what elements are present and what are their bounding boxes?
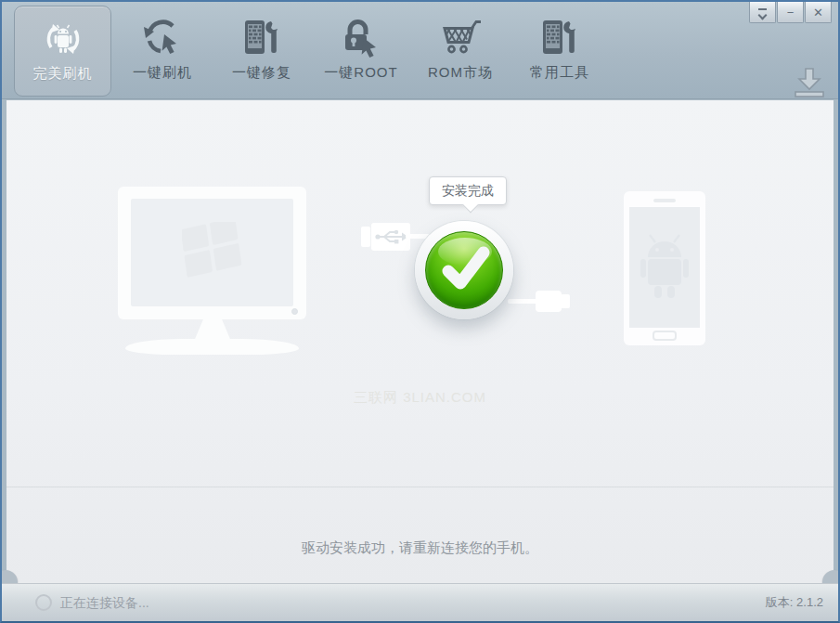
tab-label: 一键修复: [215, 64, 308, 82]
minimize-icon: −: [787, 3, 795, 22]
phone-graphic: [624, 191, 705, 345]
usb-plug-icon: [371, 223, 410, 251]
refresh-cursor-icon: [140, 16, 185, 60]
android-logo-icon: [640, 233, 690, 302]
tab-label: 常用工具: [513, 64, 606, 82]
tab-perfect-flash[interactable]: 完美刷机: [14, 6, 111, 97]
phone-screen: [629, 207, 700, 328]
checkmark-icon: [432, 234, 497, 299]
close-button[interactable]: ✕: [805, 2, 832, 23]
close-icon: ✕: [813, 3, 823, 22]
tab-label: ROM市场: [414, 64, 507, 82]
install-complete-tooltip: 安装完成: [429, 176, 507, 205]
minimize-button[interactable]: −: [777, 2, 804, 23]
main-canvas: 安装完成 三联网 3LIAN.COM 驱动安装成功，请重新连接您的手机。: [6, 100, 834, 583]
tab-label: 一键刷机: [116, 64, 209, 82]
lock-cursor-icon: [339, 16, 383, 60]
download-icon: [790, 67, 829, 98]
app-window: 完美刷机 一键刷机: [0, 0, 840, 623]
success-button[interactable]: [415, 221, 513, 319]
window-controls: − ✕: [748, 2, 832, 23]
shopping-cart-icon: [438, 16, 483, 60]
phone-speaker: [653, 199, 676, 202]
monitor-graphic: [118, 187, 313, 456]
usb-cable-end: [361, 227, 370, 247]
android-refresh-icon: [41, 17, 85, 61]
monitor-base: [125, 339, 299, 355]
usb-cable-end: [561, 294, 570, 308]
tab-common-tools[interactable]: 常用工具: [513, 6, 606, 97]
tab-label: 一键ROOT: [315, 64, 407, 82]
download-button[interactable]: [790, 67, 829, 98]
tooltip-tail: [463, 198, 479, 214]
tab-label: 完美刷机: [15, 65, 110, 83]
monitor-frame: [118, 187, 306, 319]
spinner-icon: [35, 594, 52, 611]
watermark-text: 三联网 3LIAN.COM: [6, 389, 834, 407]
tooltip-label: 安装完成: [442, 183, 494, 198]
phone-home-button: [653, 331, 677, 341]
menu-button[interactable]: [749, 2, 776, 23]
version-text: 版本: 2.1.2: [766, 584, 823, 621]
phone-wrench-icon: [239, 16, 284, 60]
tab-rom-market[interactable]: ROM市场: [414, 6, 507, 97]
toolbar: 完美刷机 一键刷机: [2, 2, 838, 99]
status-text: 正在连接设备...: [60, 584, 149, 621]
section-divider: [6, 487, 834, 487]
monitor-screen: [131, 199, 293, 306]
tab-one-key-repair[interactable]: 一键修复: [215, 6, 308, 97]
status-bar: 正在连接设备... 版本: 2.1.2: [2, 583, 838, 621]
driver-message: 驱动安装成功，请重新连接您的手机。: [6, 539, 834, 557]
tab-one-key-root[interactable]: 一键ROOT: [315, 6, 407, 97]
windows-logo-icon: [182, 222, 245, 279]
menu-icon: [757, 8, 768, 17]
phone-wrench-icon: [537, 16, 582, 60]
tab-one-key-flash[interactable]: 一键刷机: [116, 6, 209, 97]
monitor-power-led: [291, 308, 298, 315]
usb-plug-icon: [536, 291, 562, 312]
